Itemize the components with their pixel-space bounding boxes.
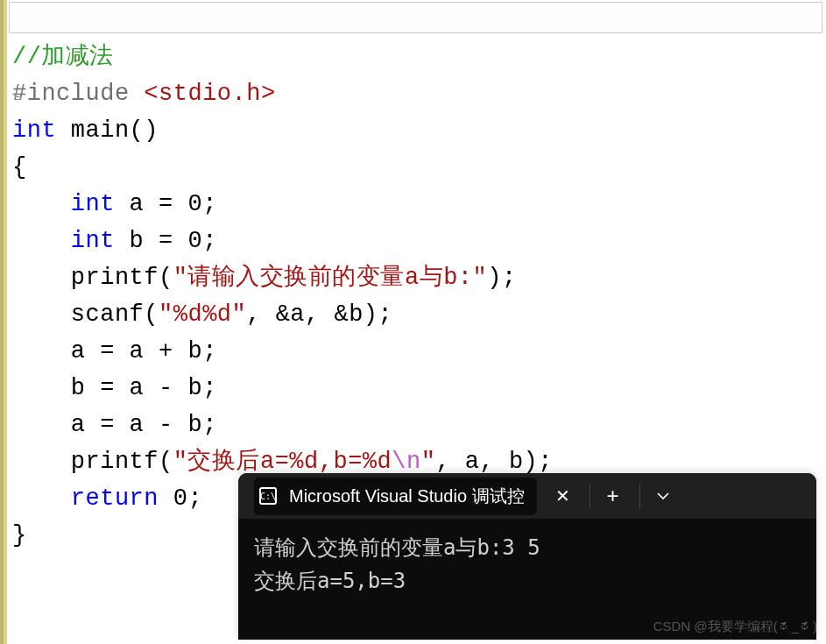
- decl-a: int a = 0;: [12, 191, 217, 217]
- preproc-include: #include: [12, 81, 144, 107]
- stmt-1: a = a + b;: [12, 338, 217, 364]
- decl-b: int b = 0;: [12, 228, 217, 254]
- printf-2: printf("交换后a=%d,b=%d\n", a, b);: [12, 449, 553, 475]
- watermark-text: CSDN @我要学编程(ಥ_ಥ): [653, 619, 817, 635]
- scanf: scanf("%d%d", &a, &b);: [12, 301, 392, 328]
- code-editor: ⊟//加减法 #include <stdio.h> int main() { i…: [0, 0, 826, 644]
- brace-open: {: [12, 154, 27, 180]
- brace-close: }: [12, 522, 27, 548]
- code-content[interactable]: ⊟//加减法 #include <stdio.h> int main() { i…: [12, 2, 826, 554]
- include-header: <stdio.h>: [144, 81, 275, 107]
- kw-int: int: [12, 117, 56, 144]
- stmt-3: a = a - b;: [12, 412, 217, 438]
- main-signature: main(): [56, 117, 159, 144]
- printf-1: printf("请输入交换前的变量a与b:");: [12, 265, 517, 291]
- change-gutter-2: [4, 0, 7, 644]
- code-comment: //加减法: [12, 44, 114, 70]
- terminal-line-2: 交换后a=5,b=3: [254, 569, 406, 593]
- stmt-2: b = a - b;: [12, 375, 217, 401]
- return: return 0;: [12, 485, 202, 512]
- fold-toggle-icon[interactable]: ⊟: [14, 79, 22, 116]
